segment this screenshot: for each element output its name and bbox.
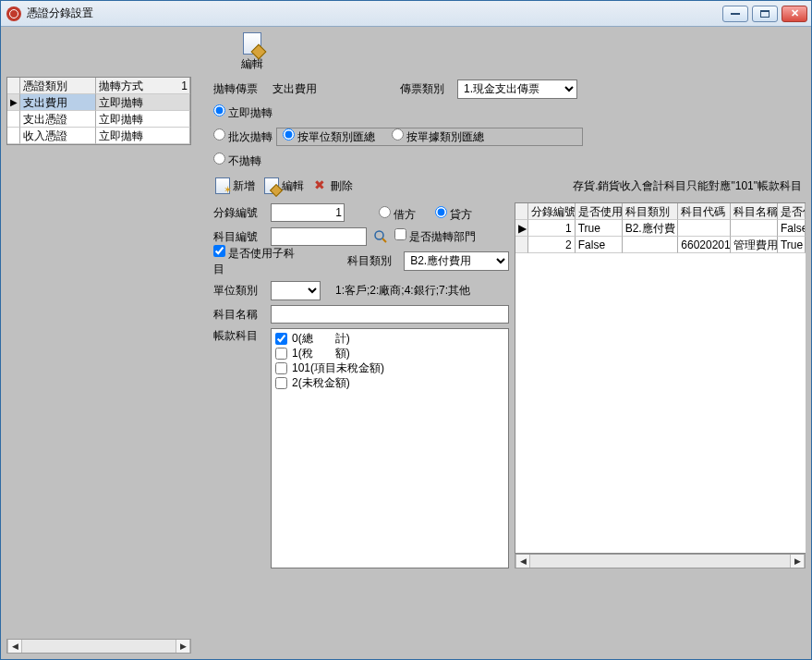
voucher-type-table[interactable]: 憑證類別 拋轉方式 1 ▶支出費用立即拋轉支出憑證立即拋轉收入憑證立即拋轉 xyxy=(6,77,191,145)
credit-radio[interactable]: 貸方 xyxy=(430,203,472,223)
edit-large-button[interactable]: 編輯 xyxy=(234,32,271,72)
close-button[interactable]: ✕ xyxy=(782,6,807,22)
col-acct-name: 科目名稱 xyxy=(731,203,778,220)
unit-type-hint: 1:客戶;2:廠商;4:銀行;7:其他 xyxy=(335,283,470,299)
acct-name-label: 科目名稱 xyxy=(213,307,265,323)
titlebar: 憑證分錄設置 ✕ xyxy=(1,1,811,27)
entry-no-input[interactable] xyxy=(271,203,345,222)
left-pane: 憑證類別 拋轉方式 1 ▶支出費用立即拋轉支出憑證立即拋轉收入憑證立即拋轉 ◀ … xyxy=(6,32,191,654)
debit-radio[interactable]: 借方 xyxy=(374,203,416,223)
grid-corner xyxy=(515,203,528,220)
minimize-button[interactable] xyxy=(722,6,748,22)
app-window: 憑證分錄設置 ✕ 憑證類別 拋轉方式 1 ▶支出費用立即拋轉支出憑證立即拋轉收入… xyxy=(0,0,812,660)
scroll-right-icon[interactable]: ▶ xyxy=(790,555,805,568)
post-dept-checkbox[interactable]: 是否拋轉部門 xyxy=(394,228,476,245)
app-icon xyxy=(6,6,21,21)
acct-type-label: 科目類別 xyxy=(347,253,398,269)
table-row[interactable]: 收入憑證立即拋轉 xyxy=(7,128,190,144)
list-item[interactable]: 1(稅 額) xyxy=(275,346,504,361)
post-batch-radio[interactable]: 批次拋轉 xyxy=(213,128,273,145)
sum-by-bill-radio[interactable]: 按單據類別匯總 xyxy=(392,128,484,145)
acct-name-input[interactable] xyxy=(271,305,509,324)
table-row[interactable]: 2False66020201管理費用True xyxy=(515,237,806,253)
amount-acct-label: 帳款科目 xyxy=(213,328,265,344)
account-tip-text: 存貨.銷貨收入會計科目只能對應"101"帳款科目 xyxy=(573,178,806,194)
window-title: 憑證分錄設置 xyxy=(27,6,722,21)
add-button[interactable]: 新增 xyxy=(213,177,257,195)
col-post-mode: 拋轉方式 1 xyxy=(96,78,190,94)
post-doc-label: 拋轉傳票 xyxy=(213,81,265,97)
scroll-left-icon[interactable]: ◀ xyxy=(7,640,22,653)
list-item[interactable]: 2(未稅金額) xyxy=(275,375,504,390)
sum-by-unit-radio[interactable]: 按單位類別匯總 xyxy=(283,128,375,145)
col-entry-no: 分錄編號 xyxy=(528,203,576,220)
entries-grid[interactable]: 分錄編號 是否使用 科目類別 科目代碼 科目名稱 是否使▲ ▶1TrueB2.應… xyxy=(515,202,806,568)
table-row[interactable]: ▶1TrueB2.應付費False xyxy=(515,220,806,237)
grid-horizontal-scrollbar[interactable]: ◀ ▶ xyxy=(515,554,806,568)
table-row[interactable]: ▶支出費用立即拋轉 xyxy=(7,94,190,111)
list-item[interactable]: 101(項目未稅金額) xyxy=(275,361,504,375)
acct-no-input[interactable] xyxy=(271,227,367,246)
unit-type-label: 單位類別 xyxy=(213,283,265,299)
entry-form: 分錄編號 借方 貸方 科目編號 是否拋轉部門 xyxy=(213,202,509,568)
amount-account-listbox[interactable]: 0(總 計)1(稅 額)101(項目未稅金額)2(未稅金額) xyxy=(271,328,509,568)
svg-line-1 xyxy=(382,238,386,242)
acct-type-select[interactable]: B2.應付費用 xyxy=(404,251,509,271)
post-none-radio[interactable]: 不拋轉 xyxy=(213,153,261,169)
entry-toolbar: 新增 編輯 刪除 存貨.銷貨收入會計科目只能對應"101"帳款科目 xyxy=(213,177,806,195)
batch-options-group: 按單位類別匯總 按單據類別匯總 xyxy=(276,128,583,146)
edit-button[interactable]: 編輯 xyxy=(262,177,306,195)
row-count-badge: 1 xyxy=(181,79,188,93)
unit-type-select[interactable] xyxy=(271,281,321,300)
table-corner xyxy=(7,78,20,94)
edit-small-icon xyxy=(264,177,279,194)
delete-icon xyxy=(313,177,328,194)
maximize-button[interactable] xyxy=(752,6,778,22)
acct-no-label: 科目編號 xyxy=(213,229,265,245)
list-item[interactable]: 0(總 計) xyxy=(275,331,504,346)
scroll-right-icon[interactable]: ▶ xyxy=(176,640,190,653)
acct-lookup-button[interactable] xyxy=(372,228,389,245)
edit-icon xyxy=(243,32,261,55)
new-icon xyxy=(215,177,230,194)
entry-no-label: 分錄編號 xyxy=(213,205,265,221)
col-acct-code: 科目代碼 xyxy=(678,203,731,220)
left-horizontal-scrollbar[interactable]: ◀ ▶ xyxy=(6,639,191,654)
col-is-used: 是否使用 xyxy=(576,203,623,220)
edit-large-label: 編輯 xyxy=(241,56,263,72)
col-acct-type: 科目類別 xyxy=(623,203,679,220)
search-icon xyxy=(373,229,388,244)
table-row[interactable]: 支出憑證立即拋轉 xyxy=(7,111,190,128)
right-pane: 編輯 拋轉傳票 支出費用 傳票類別 1.現金支出傳票 立即拋轉 批次拋 xyxy=(191,32,806,654)
top-toolbar: 編輯 xyxy=(197,32,806,77)
doc-type-select[interactable]: 1.現金支出傳票 xyxy=(457,79,577,99)
post-doc-value: 支出費用 xyxy=(273,81,356,97)
scroll-left-icon[interactable]: ◀ xyxy=(515,555,530,568)
delete-button[interactable]: 刪除 xyxy=(311,177,355,195)
col-flag: 是否使▲ xyxy=(778,203,806,220)
doc-type-label: 傳票類別 xyxy=(400,81,452,97)
use-sub-acct-checkbox[interactable]: 是否使用子科目 xyxy=(213,245,304,277)
svg-point-0 xyxy=(375,231,383,239)
col-voucher-type: 憑證類別 xyxy=(20,78,96,94)
post-immediate-radio[interactable]: 立即拋轉 xyxy=(213,104,273,121)
